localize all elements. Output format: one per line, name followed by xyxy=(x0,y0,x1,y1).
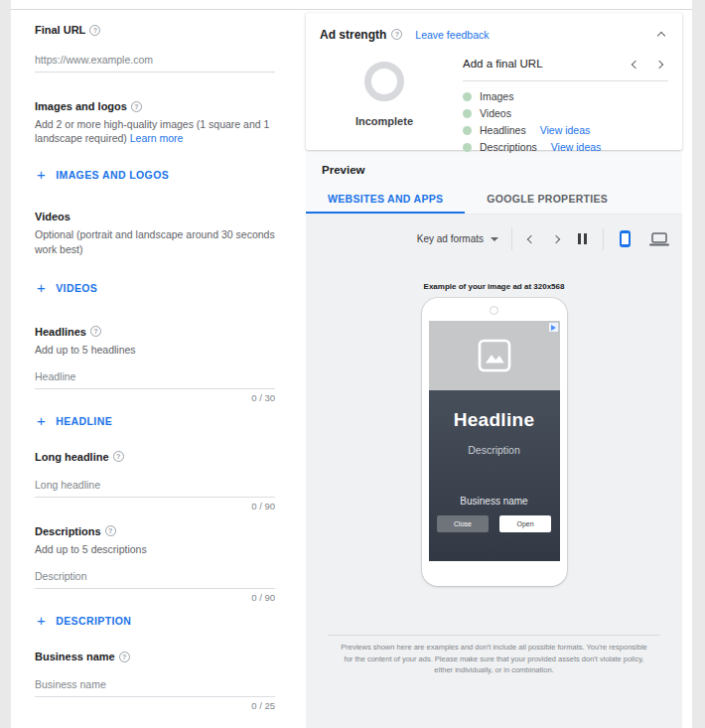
business-name-label: Business name ? xyxy=(35,651,275,662)
plus-icon: + xyxy=(37,416,46,426)
help-icon[interactable]: ? xyxy=(105,525,116,536)
preview-title: Preview xyxy=(306,164,682,176)
headline-input[interactable] xyxy=(35,366,275,389)
chevron-left-icon xyxy=(632,61,639,69)
laptop-icon xyxy=(649,232,669,246)
chevron-left-icon xyxy=(527,234,535,242)
chevron-up-icon xyxy=(657,32,665,40)
ad-open-button[interactable]: Open xyxy=(499,515,551,532)
ad-asset-form: Final URL ? Images and logos ? Add 2 or … xyxy=(11,10,299,727)
leave-feedback-link[interactable]: Leave feedback xyxy=(415,29,489,41)
caret-down-icon xyxy=(491,237,498,241)
ad-formats-dropdown[interactable]: Key ad formats xyxy=(417,233,498,244)
image-placeholder-icon xyxy=(477,338,512,373)
phone-icon xyxy=(620,230,631,247)
mobile-view-button[interactable] xyxy=(617,227,634,250)
help-icon[interactable]: ? xyxy=(131,101,142,112)
ad-business-name: Business name xyxy=(429,496,560,507)
ad-strength-meter xyxy=(364,62,404,101)
next-format-button[interactable] xyxy=(550,233,562,245)
ad-headline: Headline xyxy=(429,409,560,431)
chevron-right-icon xyxy=(552,234,560,242)
asset-status-row: Headlines View ideas xyxy=(463,124,668,136)
long-headline-counter: 0 / 90 xyxy=(35,501,275,511)
add-description-button-label: DESCRIPTION xyxy=(56,615,131,627)
videos-description: Optional (portrait and landscape around … xyxy=(35,227,275,255)
headlines-label-text: Headlines xyxy=(35,326,86,338)
chevron-right-icon xyxy=(655,61,663,69)
asset-label: Videos xyxy=(480,107,511,119)
images-label-text: Images and logos xyxy=(35,100,127,112)
descriptions-label-text: Descriptions xyxy=(35,525,101,537)
tab-websites-and-apps[interactable]: WEBSITES AND APPS xyxy=(306,185,465,214)
preview-section: Preview WEBSITES AND APPS GOOGLE PROPERT… xyxy=(306,153,682,728)
videos-label: Videos xyxy=(35,211,275,222)
asset-status-row: Videos xyxy=(463,107,668,119)
view-ideas-link[interactable]: View ideas xyxy=(551,141,602,153)
right-panel: Ad strength ? Leave feedback Incomplete … xyxy=(299,10,692,727)
long-headline-label: Long headline ? xyxy=(35,451,275,463)
asset-label: Descriptions xyxy=(480,141,537,153)
help-icon[interactable]: ? xyxy=(119,652,130,662)
add-images-button[interactable]: + IMAGES AND LOGOS xyxy=(35,165,171,185)
phone-camera-icon xyxy=(490,306,498,315)
description-input[interactable] xyxy=(35,566,275,589)
view-ideas-link[interactable]: View ideas xyxy=(540,124,591,136)
headline-counter: 0 / 30 xyxy=(35,392,275,403)
plus-icon: + xyxy=(37,170,46,180)
add-headline-button-label: HEADLINE xyxy=(56,415,112,427)
preview-viewport: Key ad formats xyxy=(306,215,682,728)
description-counter: 0 / 90 xyxy=(35,592,275,603)
help-icon[interactable]: ? xyxy=(113,451,124,462)
adchoices-icon[interactable] xyxy=(549,323,558,332)
phone-mockup: Headline Description Business name Close… xyxy=(422,298,567,586)
ad-strength-card: Ad strength ? Leave feedback Incomplete … xyxy=(306,13,682,150)
divider xyxy=(603,228,604,250)
desktop-view-button[interactable] xyxy=(646,229,672,249)
add-headline-button[interactable]: + HEADLINE xyxy=(35,411,114,431)
learn-more-link[interactable]: Learn more xyxy=(130,132,184,144)
plus-icon: + xyxy=(37,616,46,626)
status-dot-icon xyxy=(463,126,472,135)
next-suggestion-button[interactable] xyxy=(654,54,664,73)
long-headline-input[interactable] xyxy=(35,475,275,498)
top-toolbar-remnant xyxy=(11,0,692,10)
ad-content-panel: Headline Description Business name Close… xyxy=(429,390,560,561)
add-images-button-label: IMAGES AND LOGOS xyxy=(56,169,169,181)
help-icon[interactable]: ? xyxy=(90,326,101,337)
collapse-card-button[interactable] xyxy=(654,23,668,46)
business-name-label-text: Business name xyxy=(35,651,115,662)
ad-image-placeholder xyxy=(429,321,560,390)
pause-preview-button[interactable] xyxy=(575,230,590,247)
help-icon[interactable]: ? xyxy=(89,25,100,36)
help-icon[interactable]: ? xyxy=(391,29,402,40)
long-headline-label-text: Long headline xyxy=(35,451,109,463)
headlines-label: Headlines ? xyxy=(35,326,275,338)
preview-tabs: WEBSITES AND APPS GOOGLE PROPERTIES xyxy=(306,185,682,215)
preview-caption: Example of your image ad at 320x568 xyxy=(306,282,682,291)
previous-suggestion-button[interactable] xyxy=(631,54,640,73)
status-dot-icon xyxy=(463,109,472,118)
ad-formats-dropdown-label: Key ad formats xyxy=(417,233,484,244)
preview-disclaimer: Previews shown here are examples and don… xyxy=(328,635,660,676)
business-name-counter: 0 / 25 xyxy=(35,700,275,711)
add-videos-button[interactable]: + VIDEOS xyxy=(35,278,99,298)
asset-status-row: Descriptions View ideas xyxy=(463,141,668,153)
tab-google-properties[interactable]: GOOGLE PROPERTIES xyxy=(465,185,630,214)
business-name-input[interactable] xyxy=(35,674,275,697)
divider xyxy=(463,80,668,81)
asset-label: Images xyxy=(480,90,513,102)
previous-format-button[interactable] xyxy=(525,233,537,245)
ad-close-button[interactable]: Close xyxy=(437,515,489,532)
ad-editor-window: Final URL ? Images and logos ? Add 2 or … xyxy=(11,0,692,728)
asset-label: Headlines xyxy=(480,124,526,136)
descriptions-label: Descriptions ? xyxy=(35,525,275,537)
images-label: Images and logos ? xyxy=(35,100,275,112)
descriptions-description: Add up to 5 descriptions xyxy=(35,542,275,556)
status-dot-icon xyxy=(463,92,472,101)
final-url-input[interactable] xyxy=(35,50,275,73)
add-description-button[interactable]: + DESCRIPTION xyxy=(35,611,133,631)
pause-icon xyxy=(578,233,587,244)
divider xyxy=(511,228,512,250)
status-dot-icon xyxy=(463,143,472,152)
